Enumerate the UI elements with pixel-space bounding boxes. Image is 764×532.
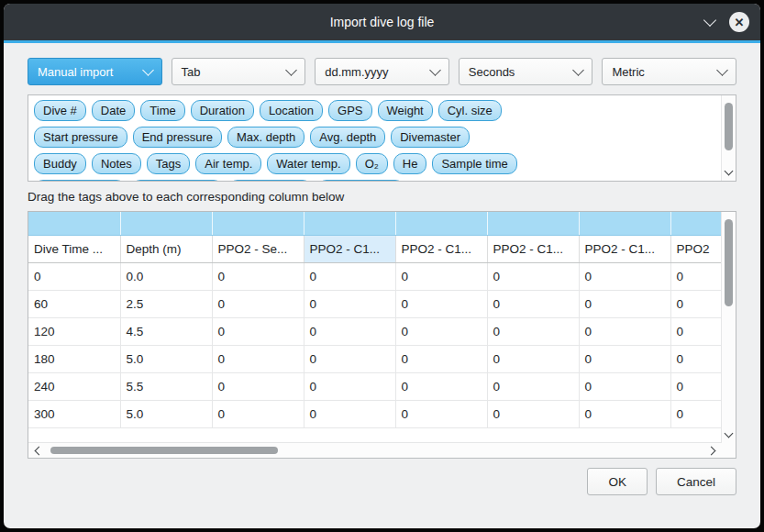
drag-tag[interactable]: Avg. depth <box>310 127 385 148</box>
drag-tag[interactable]: Sample temp. <box>131 180 223 182</box>
table-horizontal-scrollbar[interactable] <box>28 442 722 458</box>
drag-tag[interactable]: Cyl. size <box>438 100 502 121</box>
drag-tag[interactable]: Max. depth <box>227 127 304 148</box>
column-drop-target[interactable] <box>120 212 212 236</box>
column-drop-target[interactable] <box>304 212 395 236</box>
table-cell: 120 <box>28 318 120 346</box>
scroll-down-icon[interactable] <box>725 429 734 438</box>
table-cell: 0 <box>579 401 670 428</box>
table-cell: 0 <box>487 318 579 346</box>
table-cell: 0 <box>579 373 670 401</box>
dialog-footer: OK Cancel <box>28 468 736 495</box>
table-cell: 0 <box>670 318 722 346</box>
ok-button[interactable]: OK <box>587 468 648 495</box>
column-drop-target[interactable] <box>487 212 579 236</box>
chevron-down-icon <box>573 64 585 76</box>
table-cell: 0 <box>395 318 487 346</box>
table-cell: 240 <box>28 373 120 401</box>
table-cell: 0 <box>487 346 579 373</box>
chevron-down-icon[interactable] <box>703 14 716 27</box>
table-cell: 0 <box>670 373 722 401</box>
drag-tag[interactable]: Duration <box>191 100 254 121</box>
table-cell: 0 <box>304 291 395 318</box>
column-header: Depth (m) <box>120 236 212 263</box>
drag-tag[interactable]: Notes <box>92 153 141 174</box>
table-row: 60 2.5 0 0 0 0 0 0 <box>28 291 722 318</box>
column-header: PPO2 - Se... <box>212 236 304 263</box>
combo-units-value: Metric <box>612 65 644 79</box>
close-icon: ✕ <box>735 16 745 29</box>
column-drop-target[interactable] <box>579 212 670 236</box>
combo-field-separator[interactable]: Tab <box>172 58 306 85</box>
combo-date-format-value: dd.mm.yyyy <box>325 65 388 79</box>
cancel-button[interactable]: Cancel <box>656 468 736 495</box>
scrollbar-corner <box>722 443 736 458</box>
scrollbar-thumb[interactable] <box>50 447 278 454</box>
table-cell: 4.5 <box>120 318 212 346</box>
drag-tag[interactable]: Time <box>140 100 184 121</box>
drag-tag[interactable]: He <box>393 153 427 174</box>
combo-duration-format[interactable]: Seconds <box>459 58 593 85</box>
table-cell: 0 <box>304 401 395 428</box>
combo-field-separator-value: Tab <box>182 65 201 79</box>
scrollbar-thumb[interactable] <box>725 103 733 150</box>
column-drop-target[interactable] <box>670 212 722 236</box>
table-vertical-scrollbar[interactable] <box>721 212 736 443</box>
combo-units[interactable]: Metric <box>602 58 736 85</box>
window-title: Import dive log file <box>4 4 760 40</box>
chevron-down-icon <box>285 64 297 76</box>
table-cell: 180 <box>28 346 120 373</box>
table-cell: 0 <box>212 318 304 346</box>
table-cell: 0 <box>304 263 395 291</box>
chevron-down-icon <box>716 64 728 76</box>
combo-import-mode[interactable]: Manual import <box>28 58 162 85</box>
drop-target-row <box>28 212 722 236</box>
table-cell: 0 <box>579 346 670 373</box>
column-drop-target[interactable] <box>395 212 487 236</box>
drag-tag[interactable]: Tags <box>147 153 190 174</box>
table-cell: 0.0 <box>120 263 212 291</box>
chevron-down-icon <box>142 64 154 76</box>
scroll-left-icon[interactable] <box>35 447 44 456</box>
drag-tag[interactable]: O₂ <box>356 153 388 174</box>
column-header: PPO2 - C1... <box>304 236 395 263</box>
tag-pool: Dive # Date Time Duration Location GPS W… <box>28 94 736 182</box>
tag-pool-scrollbar[interactable] <box>721 95 736 181</box>
titlebar[interactable]: Import dive log file ✕ <box>4 4 760 40</box>
table-row: 0 0.0 0 0 0 0 0 0 <box>28 263 722 291</box>
column-drop-target[interactable] <box>212 212 304 236</box>
table-cell: 0 <box>670 263 722 291</box>
drag-tag[interactable]: Sample depth <box>34 180 126 182</box>
scroll-right-icon[interactable] <box>707 447 716 456</box>
drag-tag[interactable]: Buddy <box>34 153 86 174</box>
scrollbar-thumb[interactable] <box>725 219 733 306</box>
table-cell: 0 <box>304 373 395 401</box>
toolbar: Manual import Tab dd.mm.yyyy Seconds Met… <box>28 58 736 85</box>
drag-tag[interactable]: Water temp. <box>267 153 349 174</box>
drag-tag[interactable]: Sample time <box>432 153 516 174</box>
scroll-down-icon[interactable] <box>725 167 734 176</box>
drag-tag[interactable]: Weight <box>378 100 433 121</box>
combo-date-format[interactable]: dd.mm.yyyy <box>315 58 449 85</box>
drag-tag[interactable]: Air temp. <box>195 153 261 174</box>
drag-tag[interactable]: Dive # <box>34 100 86 121</box>
column-drop-target[interactable] <box>28 212 120 236</box>
table-cell: 0 <box>28 263 120 291</box>
table-cell: 0 <box>395 263 487 291</box>
drag-tag[interactable]: GPS <box>328 100 371 121</box>
column-header: PPO2 - C1... <box>579 236 670 263</box>
header-row: Dive Time ... Depth (m) PPO2 - Se... PPO… <box>28 236 722 263</box>
column-header: Dive Time ... <box>28 236 120 263</box>
table-row: 240 5.5 0 0 0 0 0 0 <box>28 373 722 401</box>
drag-tag[interactable]: Location <box>260 100 323 121</box>
drag-tag[interactable]: End pressure <box>133 127 222 148</box>
combo-import-mode-value: Manual import <box>38 65 113 79</box>
drag-tag[interactable]: Divemaster <box>391 127 470 148</box>
column-header: PPO2 - C1... <box>487 236 579 263</box>
import-dialog: Import dive log file ✕ Manual import Tab… <box>4 4 760 528</box>
close-button[interactable]: ✕ <box>729 12 749 32</box>
drag-tag[interactable]: Start pressure <box>34 127 127 148</box>
drag-tag[interactable]: Date <box>92 100 135 121</box>
drag-tag[interactable]: Sample CNS <box>317 180 404 182</box>
drag-tag[interactable]: Sample pO₂ <box>228 180 311 182</box>
